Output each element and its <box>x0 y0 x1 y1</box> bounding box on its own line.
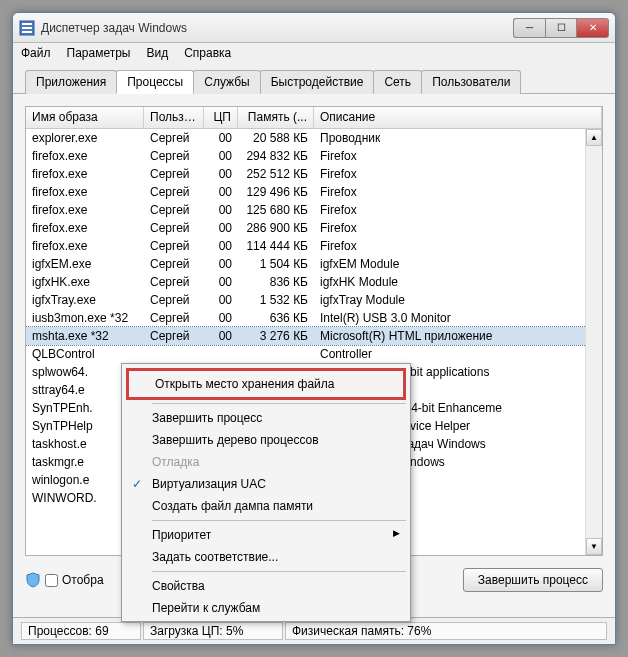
cell-desc: Firefox <box>314 203 602 217</box>
table-row[interactable]: iusb3mon.exe *32Сергей00636 КБIntel(R) U… <box>26 309 602 327</box>
end-process-button[interactable]: Завершить процесс <box>463 568 603 592</box>
cell-desc: Firefox <box>314 185 602 199</box>
cell-mem: 294 832 КБ <box>238 149 314 163</box>
cell-desc: Firefox <box>314 149 602 163</box>
tab-services[interactable]: Службы <box>193 70 260 94</box>
cell-mem: 114 444 КБ <box>238 239 314 253</box>
cell-user: Сергей <box>144 275 204 289</box>
cell-user: Сергей <box>144 203 204 217</box>
maximize-button[interactable]: ☐ <box>545 18 577 38</box>
menu-file[interactable]: Файл <box>21 46 51 60</box>
svg-rect-3 <box>22 31 32 33</box>
cell-cpu: 00 <box>204 257 238 271</box>
cell-img: firefox.exe <box>26 239 144 253</box>
cell-cpu: 00 <box>204 275 238 289</box>
svg-rect-2 <box>22 27 32 29</box>
cell-mem: 252 512 КБ <box>238 167 314 181</box>
close-button[interactable]: ✕ <box>577 18 609 38</box>
cell-desc: Проводник <box>314 131 602 145</box>
cell-user: Сергей <box>144 221 204 235</box>
col-user[interactable]: Пользо... <box>144 107 204 128</box>
status-memory: Физическая память: 76% <box>285 622 607 640</box>
table-row[interactable]: firefox.exeСергей00125 680 КБFirefox <box>26 201 602 219</box>
table-row[interactable]: firefox.exeСергей00294 832 КБFirefox <box>26 147 602 165</box>
cell-mem: 20 588 КБ <box>238 131 314 145</box>
context-menu: Открыть место хранения файла Завершить п… <box>121 363 411 622</box>
shield-icon <box>25 572 41 588</box>
col-image-name[interactable]: Имя образа <box>26 107 144 128</box>
ctx-separator <box>152 403 406 404</box>
cell-img: firefox.exe <box>26 203 144 217</box>
cell-cpu: 00 <box>204 185 238 199</box>
scroll-up-button[interactable]: ▲ <box>586 129 602 146</box>
status-processes: Процессов: 69 <box>21 622 141 640</box>
ctx-end-process[interactable]: Завершить процесс <box>124 407 408 429</box>
cell-cpu: 00 <box>204 293 238 307</box>
vertical-scrollbar[interactable]: ▲ ▼ <box>585 129 602 555</box>
ctx-create-dump[interactable]: Создать файл дампа памяти <box>124 495 408 517</box>
table-row[interactable]: mshta.exe *32Сергей003 276 КБMicrosoft(R… <box>26 327 602 345</box>
tab-processes[interactable]: Процессы <box>116 70 194 94</box>
cell-cpu: 00 <box>204 221 238 235</box>
cell-img: firefox.exe <box>26 185 144 199</box>
cell-mem: 1 532 КБ <box>238 293 314 307</box>
svg-rect-1 <box>22 23 32 25</box>
ctx-end-process-tree[interactable]: Завершить дерево процессов <box>124 429 408 451</box>
table-row[interactable]: firefox.exeСергей00129 496 КБFirefox <box>26 183 602 201</box>
cell-desc: igfxHK Module <box>314 275 602 289</box>
table-row[interactable]: explorer.exeСергей0020 588 КБПроводник <box>26 129 602 147</box>
show-all-label: Отобра <box>62 573 104 587</box>
table-row[interactable]: igfxTray.exeСергей001 532 КБigfxTray Mod… <box>26 291 602 309</box>
cell-desc: Controller <box>314 347 602 361</box>
cell-cpu: 00 <box>204 131 238 145</box>
cell-mem: 636 КБ <box>238 311 314 325</box>
ctx-separator <box>152 571 406 572</box>
cell-desc: igfxTray Module <box>314 293 602 307</box>
cell-cpu: 00 <box>204 311 238 325</box>
table-row[interactable]: firefox.exeСергей00286 900 КБFirefox <box>26 219 602 237</box>
col-cpu[interactable]: ЦП <box>204 107 238 128</box>
cell-desc: Firefox <box>314 239 602 253</box>
ctx-separator <box>152 520 406 521</box>
cell-user: Сергей <box>144 167 204 181</box>
table-row[interactable]: igfxEM.exeСергей001 504 КБigfxEM Module <box>26 255 602 273</box>
tab-performance[interactable]: Быстродействие <box>260 70 375 94</box>
app-icon <box>19 20 35 36</box>
minimize-button[interactable]: ─ <box>513 18 545 38</box>
cell-cpu: 00 <box>204 203 238 217</box>
scroll-down-button[interactable]: ▼ <box>586 538 602 555</box>
cell-img: igfxTray.exe <box>26 293 144 307</box>
window-controls: ─ ☐ ✕ <box>513 18 609 38</box>
cell-user: Сергей <box>144 131 204 145</box>
titlebar[interactable]: Диспетчер задач Windows ─ ☐ ✕ <box>13 13 615 43</box>
table-row[interactable]: QLBControlController <box>26 345 602 363</box>
ctx-uac-virtualization[interactable]: ✓Виртуализация UAC <box>124 473 408 495</box>
show-all-checkbox[interactable] <box>45 574 58 587</box>
cell-mem: 1 504 КБ <box>238 257 314 271</box>
table-row[interactable]: firefox.exeСергей00252 512 КБFirefox <box>26 165 602 183</box>
table-row[interactable]: igfxHK.exeСергей00836 КБigfxHK Module <box>26 273 602 291</box>
tab-applications[interactable]: Приложения <box>25 70 117 94</box>
cell-desc: Microsoft(R) HTML приложение <box>314 329 602 343</box>
cell-cpu: 00 <box>204 239 238 253</box>
ctx-set-affinity[interactable]: Задать соответствие... <box>124 546 408 568</box>
cell-cpu: 00 <box>204 167 238 181</box>
ctx-debug: Отладка <box>124 451 408 473</box>
task-manager-window: Диспетчер задач Windows ─ ☐ ✕ Файл Парам… <box>12 12 616 645</box>
tab-users[interactable]: Пользователи <box>421 70 521 94</box>
menu-help[interactable]: Справка <box>184 46 231 60</box>
ctx-open-file-location[interactable]: Открыть место хранения файла <box>126 368 406 400</box>
col-description[interactable]: Описание <box>314 107 602 128</box>
cell-user: Сергей <box>144 239 204 253</box>
cell-img: firefox.exe <box>26 221 144 235</box>
menu-view[interactable]: Вид <box>146 46 168 60</box>
ctx-properties[interactable]: Свойства <box>124 575 408 597</box>
cell-user: Сергей <box>144 293 204 307</box>
cell-desc: igfxEM Module <box>314 257 602 271</box>
tab-network[interactable]: Сеть <box>373 70 422 94</box>
menu-options[interactable]: Параметры <box>67 46 131 60</box>
ctx-go-to-services[interactable]: Перейти к службам <box>124 597 408 619</box>
col-memory[interactable]: Память (... <box>238 107 314 128</box>
table-row[interactable]: firefox.exeСергей00114 444 КБFirefox <box>26 237 602 255</box>
ctx-priority[interactable]: Приоритет▶ <box>124 524 408 546</box>
